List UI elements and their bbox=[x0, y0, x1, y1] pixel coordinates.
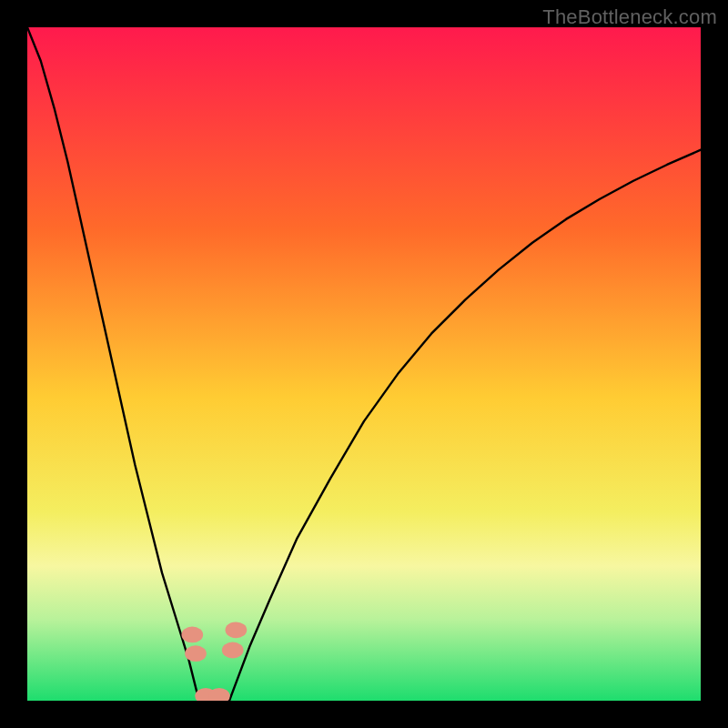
marker-left-upper bbox=[181, 627, 203, 643]
chart-svg bbox=[27, 27, 701, 701]
plot-area bbox=[27, 27, 701, 701]
watermark-text: TheBottleneck.com bbox=[542, 5, 717, 29]
marker-left-lower bbox=[185, 645, 207, 662]
marker-right-lower bbox=[222, 642, 244, 659]
gradient-background bbox=[27, 27, 701, 701]
chart-container: TheBottleneck.com bbox=[0, 0, 728, 728]
marker-right-upper bbox=[226, 622, 248, 638]
